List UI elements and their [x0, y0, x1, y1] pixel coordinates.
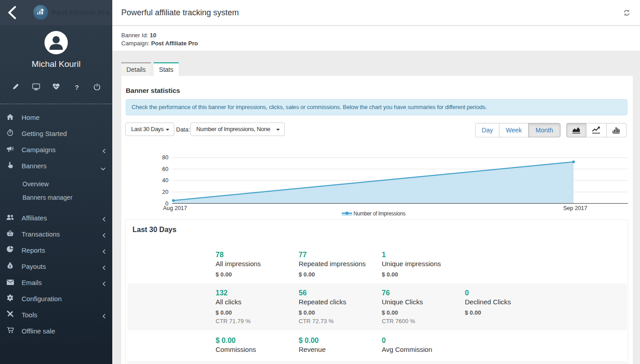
svg-text:$: $ — [9, 264, 11, 268]
